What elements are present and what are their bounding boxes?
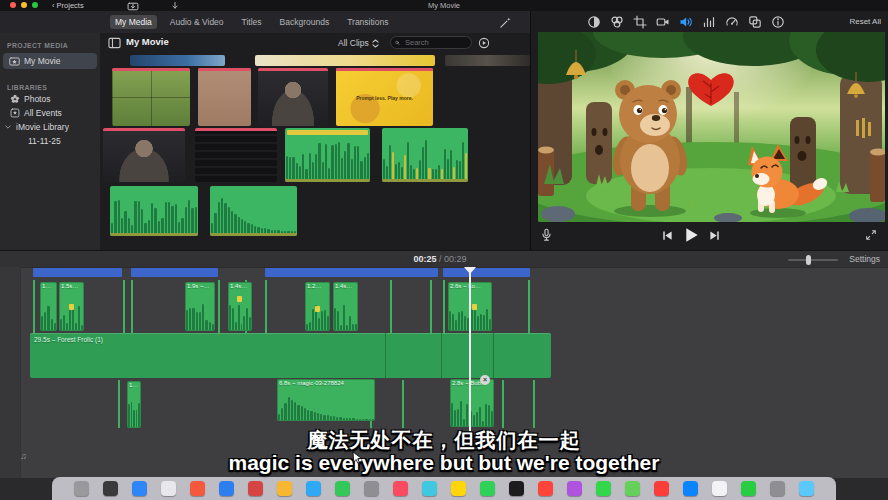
sidebar-item-event-date[interactable]: 11-11-25 — [28, 134, 61, 148]
effects-icon[interactable] — [748, 15, 762, 29]
media-thumbnail-collage[interactable] — [112, 68, 190, 126]
search-field[interactable] — [390, 36, 472, 49]
tab-transitions[interactable]: Transitions — [342, 15, 393, 29]
background-music-clip[interactable]: 29.5s – Forest Frolic (1) — [30, 333, 551, 378]
media-thumbnail[interactable] — [445, 55, 530, 66]
timeline-clip[interactable]: 1… — [127, 381, 141, 428]
dock-app-icon[interactable] — [712, 481, 727, 496]
dock-app-icon[interactable] — [741, 481, 756, 496]
clip-filter-dropdown[interactable]: All Clips — [338, 38, 379, 48]
zoom-window-button[interactable] — [32, 2, 38, 8]
reset-all-button[interactable]: Reset All — [849, 17, 881, 26]
timeline-clip[interactable]: 1.4s… — [228, 282, 252, 331]
dock-app-icon[interactable] — [277, 481, 292, 496]
voiceover-mic-icon[interactable] — [540, 228, 553, 243]
timeline-clip[interactable]: 2.8s ~ Bub… — [450, 379, 494, 427]
media-thumbnail[interactable] — [130, 55, 225, 66]
media-thumbnail[interactable] — [255, 55, 435, 66]
dock-app-icon[interactable] — [306, 481, 321, 496]
beat-marker[interactable] — [69, 304, 74, 310]
download-arrow-icon[interactable] — [170, 1, 180, 11]
tab-backgrounds[interactable]: Backgrounds — [275, 15, 335, 29]
media-thumbnail-presenter[interactable] — [103, 128, 185, 182]
speed-icon[interactable] — [725, 15, 739, 29]
timeline-clip[interactable]: 1.4s… — [333, 282, 358, 331]
previous-frame-icon[interactable] — [662, 230, 673, 241]
sidebar-item-imovie-library[interactable]: iMovie Library — [4, 120, 69, 134]
playhead[interactable] — [469, 267, 471, 431]
beat-marker[interactable] — [315, 306, 320, 312]
tab-titles[interactable]: Titles — [237, 15, 267, 29]
dock-app-icon[interactable] — [74, 481, 89, 496]
dock-app-icon[interactable] — [393, 481, 408, 496]
timeline-clip[interactable]: 1… — [40, 282, 57, 331]
tab-audio-video[interactable]: Audio & Video — [165, 15, 229, 29]
import-media-icon[interactable] — [127, 2, 139, 11]
audio-clip-thumbnail[interactable] — [382, 128, 468, 182]
timeline-ruler[interactable]: 00:25 / 00:29 Settings — [0, 251, 888, 268]
dock-app-icon[interactable] — [335, 481, 350, 496]
macos-dock[interactable] — [52, 477, 836, 500]
beat-marker[interactable] — [237, 296, 242, 302]
dock-app-icon[interactable] — [596, 481, 611, 496]
timeline-clip[interactable]: 6.8s ~ magic-03-278824 — [277, 379, 375, 421]
media-thumbnail-promo[interactable]: Prompt less. Play more. — [336, 68, 433, 126]
timeline-zoom-slider[interactable] — [788, 259, 838, 261]
video-preview[interactable] — [538, 32, 885, 222]
dock-app-icon[interactable] — [132, 481, 147, 496]
next-frame-icon[interactable] — [709, 230, 720, 241]
fullscreen-icon[interactable] — [865, 229, 877, 241]
clip-mute-badge[interactable]: × — [480, 375, 490, 385]
search-input[interactable] — [403, 37, 467, 48]
sidebar-item-all-events[interactable]: All Events — [10, 106, 62, 120]
timeline-clip[interactable]: 1.9s ~… — [185, 282, 215, 331]
timeline-clip[interactable]: 1.2… — [305, 282, 330, 331]
sidebar-toggle-icon[interactable] — [108, 37, 121, 49]
audio-clip-thumbnail[interactable] — [285, 128, 370, 182]
dock-app-icon[interactable] — [103, 481, 118, 496]
back-to-projects-button[interactable]: ‹ Projects — [52, 1, 84, 10]
audio-clip-thumbnail[interactable] — [210, 186, 297, 236]
dock-app-icon[interactable] — [161, 481, 176, 496]
caption-clip[interactable] — [33, 268, 122, 277]
sidebar-item-my-movie[interactable]: My Movie — [3, 53, 97, 69]
audio-clip-thumbnail[interactable] — [110, 186, 198, 236]
dock-app-icon[interactable] — [364, 481, 379, 496]
clip-appearance-icon[interactable] — [478, 37, 490, 49]
caption-clip[interactable] — [265, 268, 438, 277]
dock-app-icon[interactable] — [509, 481, 524, 496]
color-balance-icon[interactable] — [587, 15, 601, 29]
dock-app-icon[interactable] — [625, 481, 640, 496]
dock-app-icon[interactable] — [683, 481, 698, 496]
dock-app-icon[interactable] — [799, 481, 814, 496]
noise-reduction-eq-icon[interactable] — [702, 15, 716, 29]
media-thumbnail-presenter[interactable] — [258, 68, 328, 126]
dock-app-icon[interactable] — [422, 481, 437, 496]
dock-app-icon[interactable] — [654, 481, 669, 496]
minimize-window-button[interactable] — [21, 2, 27, 8]
dock-app-icon[interactable] — [190, 481, 205, 496]
media-thumbnail-document[interactable] — [198, 68, 251, 126]
timeline-settings-button[interactable]: Settings — [849, 254, 880, 264]
caption-clip[interactable] — [443, 268, 530, 277]
beat-marker[interactable] — [472, 304, 477, 310]
tab-my-media[interactable]: My Media — [110, 15, 157, 29]
play-icon[interactable] — [683, 227, 699, 243]
dock-app-icon[interactable] — [567, 481, 582, 496]
dock-app-icon[interactable] — [248, 481, 263, 496]
media-thumbnail-screen-recording[interactable] — [195, 128, 277, 182]
dock-app-icon[interactable] — [480, 481, 495, 496]
slider-knob[interactable] — [806, 255, 811, 265]
info-icon[interactable] — [771, 15, 785, 29]
caption-clip[interactable] — [131, 268, 218, 277]
dock-app-icon[interactable] — [770, 481, 785, 496]
dock-app-icon[interactable] — [538, 481, 553, 496]
crop-icon[interactable] — [633, 15, 647, 29]
close-window-button[interactable] — [10, 2, 16, 8]
color-correction-icon[interactable] — [610, 15, 624, 29]
stabilization-camera-icon[interactable] — [656, 15, 670, 29]
dock-app-icon[interactable] — [219, 481, 234, 496]
volume-icon[interactable] — [679, 15, 693, 29]
timeline-clip[interactable]: 1.5s… — [59, 282, 84, 331]
enhance-wand-icon[interactable] — [499, 16, 512, 29]
